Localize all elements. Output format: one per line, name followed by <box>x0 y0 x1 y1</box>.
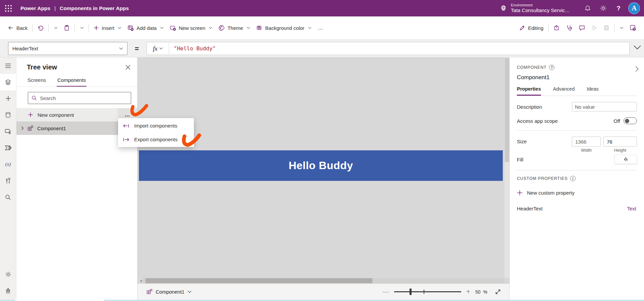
panel-kicker-row: COMPONENT ? <box>517 65 637 70</box>
avatar-letter: A <box>632 4 637 12</box>
theme-label: Theme <box>227 25 243 31</box>
tab-ideas[interactable]: Ideas <box>587 86 598 96</box>
editing-mode-button[interactable]: Editing <box>516 21 546 35</box>
tab-screens[interactable]: Screens <box>27 75 47 87</box>
background-color-label: Background color <box>265 25 305 31</box>
search-input[interactable] <box>40 95 127 101</box>
zoom-out-button[interactable]: — <box>382 288 389 296</box>
tab-components[interactable]: Components <box>57 75 87 87</box>
new-screen-button[interactable]: New screen <box>167 21 215 35</box>
back-button[interactable]: Back <box>5 21 31 35</box>
component-header-control[interactable]: Hello Buddy <box>139 150 503 181</box>
tab-advanced[interactable]: Advanced <box>553 86 575 96</box>
zoom-slider-thumb[interactable] <box>410 289 412 295</box>
formula-expand-chevron[interactable] <box>633 45 641 50</box>
data-icon[interactable] <box>0 107 16 123</box>
current-component-dropdown[interactable]: Component1 <box>146 289 192 295</box>
description-input[interactable] <box>572 102 637 111</box>
horizontal-scroll-thumb[interactable] <box>146 278 372 283</box>
divider <box>548 23 548 32</box>
vertical-scrollbar[interactable] <box>504 57 509 278</box>
add-data-icon <box>127 25 134 31</box>
toolbar-overflow-button[interactable]: … <box>315 25 327 31</box>
tree-view-tabs: Screens Components <box>16 74 137 87</box>
tab-properties[interactable]: Properties <box>517 86 541 96</box>
preview-play-button[interactable] <box>588 21 600 35</box>
app-checker-stethoscope-icon[interactable] <box>563 21 576 35</box>
fit-to-window-icon[interactable] <box>495 289 501 295</box>
custom-properties-header: CUSTOM PROPERTIES i <box>517 176 637 181</box>
zoom-in-button[interactable]: + <box>466 288 470 296</box>
editing-label: Editing <box>528 25 543 31</box>
help-glyph: ? <box>616 5 621 12</box>
new-custom-property-button[interactable]: New custom property <box>517 190 637 196</box>
save-dropdown-chevron[interactable] <box>616 21 627 35</box>
toolbar-right-group: Editing <box>516 21 639 35</box>
divider <box>32 23 33 32</box>
info-circle-icon[interactable]: i <box>570 176 576 181</box>
close-icon[interactable] <box>125 65 130 70</box>
vertical-scroll-thumb[interactable] <box>505 58 509 162</box>
help-icon[interactable]: ? <box>611 0 626 16</box>
help-circle-icon[interactable]: ? <box>549 65 554 70</box>
virtual-agent-robot-icon[interactable] <box>0 283 16 299</box>
access-app-scope-label: Access app scope <box>517 118 558 124</box>
environment-name: Tata Consultancy Servic… <box>511 7 570 13</box>
user-avatar[interactable]: A <box>628 2 640 14</box>
fx-dropdown[interactable]: fx <box>147 42 169 55</box>
properties-panel: COMPONENT ? Component1 Properties Advanc… <box>509 57 644 301</box>
access-app-scope-toggle[interactable] <box>624 117 637 124</box>
zoom-unit: % <box>483 289 487 295</box>
app-header: Power Apps | Components in Power Apps En… <box>0 0 644 16</box>
chevron-right-icon[interactable] <box>21 126 24 130</box>
search-icon[interactable] <box>0 189 16 205</box>
theme-palette-icon <box>218 25 225 31</box>
section-divider <box>517 170 637 170</box>
save-button[interactable] <box>600 21 612 35</box>
main-area: (x) Tree view <box>0 57 644 301</box>
property-selector-dropdown[interactable]: HeaderText <box>8 42 127 55</box>
media-icon[interactable] <box>0 123 16 140</box>
import-components-menu-item[interactable]: Import components <box>118 119 194 133</box>
advanced-tools-icon[interactable] <box>0 172 16 189</box>
undo-button[interactable] <box>34 21 47 35</box>
tree-view-icon[interactable] <box>0 74 16 90</box>
notifications-bell-icon[interactable] <box>580 0 595 16</box>
environment-picker[interactable]: Environment Tata Consultancy Servic… <box>499 3 570 13</box>
width-input[interactable] <box>572 137 601 147</box>
horizontal-scroll-track[interactable] <box>143 278 504 283</box>
publish-button[interactable] <box>627 21 639 35</box>
fill-color-button[interactable] <box>614 155 637 164</box>
hamburger-menu-icon[interactable] <box>0 57 16 74</box>
zoom-slider[interactable] <box>394 291 461 292</box>
title-separator: | <box>54 5 56 11</box>
scroll-left-arrow[interactable]: ◄ <box>139 278 143 284</box>
canvas-area[interactable]: Hello Buddy ◄ Component1 <box>138 57 509 301</box>
undo-dropdown-chevron[interactable] <box>50 21 61 35</box>
environment-label: Environment <box>511 3 570 7</box>
formula-input[interactable] <box>169 42 629 55</box>
custom-property-type-link[interactable]: Text <box>627 206 636 211</box>
add-data-button[interactable]: Add data <box>124 21 167 35</box>
comments-button[interactable] <box>576 21 588 35</box>
settings-gear-icon[interactable] <box>595 0 611 16</box>
insert-button[interactable]: Insert <box>91 21 124 35</box>
app-settings-gear-icon[interactable] <box>0 266 16 283</box>
zoom-percentage: 50 <box>475 289 481 295</box>
new-screen-label: New screen <box>179 25 205 31</box>
custom-property-row[interactable]: HeaderText Text <box>517 206 637 211</box>
background-color-button[interactable]: Background color <box>253 21 315 35</box>
variables-icon[interactable]: (x) <box>0 156 16 172</box>
height-input[interactable] <box>603 137 637 147</box>
insert-plus-icon[interactable] <box>0 90 16 107</box>
bottom-edge-segment <box>14 300 105 301</box>
new-component-label: New component <box>38 112 74 118</box>
waffle-menu-icon[interactable] <box>0 0 16 16</box>
collapse-panel-chevron[interactable] <box>635 66 639 72</box>
paste-dropdown-chevron[interactable] <box>76 21 87 35</box>
theme-button[interactable]: Theme <box>215 21 253 35</box>
share-button[interactable] <box>550 21 563 35</box>
paste-button[interactable] <box>61 21 73 35</box>
export-components-menu-item[interactable]: Export components <box>118 133 194 146</box>
power-automate-icon[interactable] <box>0 140 16 156</box>
